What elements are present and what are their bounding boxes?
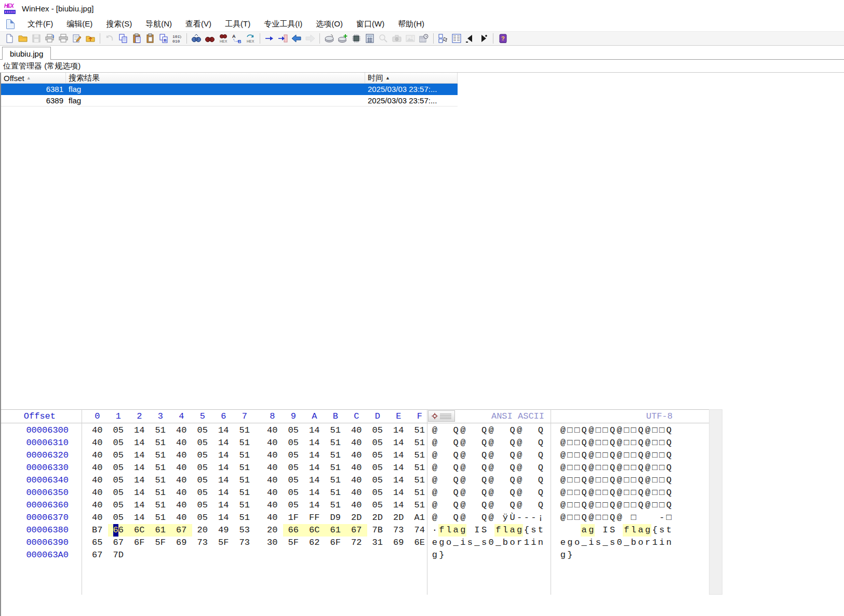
menu-item-3[interactable]: 导航(N) bbox=[139, 17, 179, 31]
utf8-text[interactable]: ag IS flag{st bbox=[559, 524, 673, 537]
hex-byte[interactable]: 14 bbox=[213, 474, 234, 487]
hex-byte[interactable]: 14 bbox=[388, 424, 409, 437]
scheduler-icon[interactable] bbox=[417, 32, 431, 45]
ansi-text[interactable]: @ Q@ Q@ ÿÙ---¡ bbox=[431, 512, 544, 524]
hex-byte[interactable]: 40 bbox=[87, 487, 108, 499]
ansi-text[interactable]: @ Q@ Q@ Q@ Q bbox=[431, 487, 544, 499]
hex-byte[interactable]: 05 bbox=[192, 437, 213, 449]
hex-byte[interactable]: 51 bbox=[150, 449, 171, 462]
hex-byte[interactable]: 40 bbox=[262, 487, 283, 499]
hex-byte[interactable]: 51 bbox=[409, 487, 431, 499]
hex-byte[interactable]: 05 bbox=[367, 437, 388, 449]
document-icon[interactable] bbox=[6, 19, 15, 29]
hex-byte[interactable]: 14 bbox=[388, 474, 409, 487]
hex-bytes[interactable]: 40051451400514514005145140051451 bbox=[87, 462, 430, 474]
hex-bytes[interactable]: 40051451400514514005145140051451 bbox=[87, 449, 430, 462]
hex-byte[interactable]: 14 bbox=[304, 437, 325, 449]
hex-byte[interactable]: 51 bbox=[234, 462, 256, 474]
hex-byte[interactable]: 51 bbox=[234, 474, 256, 487]
find-hex-icon[interactable] bbox=[217, 32, 230, 45]
hex-byte[interactable]: 05 bbox=[108, 499, 129, 512]
column-header-result[interactable]: 搜索结果 bbox=[66, 73, 365, 83]
hex-byte[interactable]: 05 bbox=[192, 499, 213, 512]
open-disk-icon[interactable] bbox=[323, 32, 336, 45]
hex-byte[interactable]: 51 bbox=[150, 424, 171, 437]
hex-byte[interactable]: 40 bbox=[262, 424, 283, 437]
hex-byte[interactable]: 61 bbox=[150, 524, 171, 537]
hex-byte[interactable]: 40 bbox=[87, 449, 108, 462]
hex-byte[interactable]: 51 bbox=[150, 487, 171, 499]
ansi-text[interactable]: g} bbox=[431, 549, 445, 561]
hex-byte[interactable]: 73 bbox=[192, 537, 213, 549]
hex-byte[interactable]: 51 bbox=[409, 462, 431, 474]
hex-byte[interactable]: 05 bbox=[108, 462, 129, 474]
hex-byte[interactable]: 40 bbox=[87, 462, 108, 474]
hex-byte[interactable]: 40 bbox=[171, 437, 192, 449]
hex-byte[interactable]: 14 bbox=[213, 462, 234, 474]
hex-byte[interactable]: 14 bbox=[129, 487, 150, 499]
hex-byte[interactable]: 40 bbox=[87, 499, 108, 512]
menu-item-2[interactable]: 搜索(S) bbox=[99, 17, 139, 31]
hex-byte[interactable]: 05 bbox=[108, 512, 129, 524]
hex-byte[interactable]: 05 bbox=[283, 437, 304, 449]
hex-byte[interactable]: 40 bbox=[171, 449, 192, 462]
column-header-time[interactable]: 时间▲ bbox=[365, 73, 458, 83]
column-header-offset[interactable]: Offset▲ bbox=[1, 73, 66, 83]
hex-byte[interactable]: 51 bbox=[325, 424, 346, 437]
hex-byte[interactable]: 51 bbox=[325, 474, 346, 487]
utf8-text[interactable]: @□□Q@□□Q@□□Q@□□Q bbox=[559, 462, 673, 474]
hex-byte[interactable]: 40 bbox=[171, 499, 192, 512]
copy-hex-values-icon[interactable] bbox=[157, 32, 170, 45]
hex-byte[interactable]: 6E bbox=[409, 537, 431, 549]
hex-byte[interactable]: 30 bbox=[262, 537, 283, 549]
hex-byte[interactable]: 6C bbox=[304, 524, 325, 537]
hex-byte[interactable]: 05 bbox=[283, 487, 304, 499]
hex-byte[interactable]: 40 bbox=[346, 449, 367, 462]
hex-row[interactable]: 0000636040051451400514514005145140051451… bbox=[1, 499, 707, 512]
utf8-text[interactable]: @□□Q@□□Q@□□Q@□□Q bbox=[559, 424, 673, 437]
hex-byte[interactable]: 51 bbox=[234, 437, 256, 449]
open-ram-icon[interactable] bbox=[350, 32, 363, 45]
hex-byte[interactable]: 40 bbox=[171, 512, 192, 524]
hex-row[interactable]: 000063704005145140051451401FFFD92D2D2DA1… bbox=[1, 512, 707, 524]
hex-byte[interactable]: 14 bbox=[304, 424, 325, 437]
hex-byte[interactable]: 51 bbox=[234, 449, 256, 462]
hex-byte[interactable]: 5F bbox=[150, 537, 171, 549]
hex-byte[interactable]: 05 bbox=[108, 449, 129, 462]
hex-byte[interactable]: 14 bbox=[213, 499, 234, 512]
hex-byte[interactable]: 14 bbox=[304, 499, 325, 512]
hex-byte[interactable]: 05 bbox=[108, 437, 129, 449]
ansi-text[interactable]: ·flag IS flag{st bbox=[431, 524, 544, 537]
hex-byte[interactable]: 05 bbox=[108, 424, 129, 437]
hex-byte[interactable]: 40 bbox=[346, 487, 367, 499]
hex-byte[interactable]: 05 bbox=[283, 499, 304, 512]
hex-byte[interactable]: 66 bbox=[108, 524, 129, 537]
hex-byte[interactable]: B7 bbox=[87, 524, 108, 537]
hex-byte[interactable]: 05 bbox=[192, 487, 213, 499]
hex-byte[interactable]: 66 bbox=[283, 524, 304, 537]
hex-byte[interactable]: 40 bbox=[262, 512, 283, 524]
hex-byte[interactable]: 20 bbox=[262, 524, 283, 537]
goto-block-icon[interactable] bbox=[276, 32, 290, 45]
hex-byte[interactable]: D9 bbox=[325, 512, 346, 524]
hex-byte[interactable]: 05 bbox=[283, 424, 304, 437]
edit-properties-icon[interactable] bbox=[70, 32, 84, 45]
hex-byte[interactable]: 40 bbox=[171, 487, 192, 499]
hex-byte[interactable]: 14 bbox=[388, 437, 409, 449]
hex-byte[interactable]: 51 bbox=[234, 424, 256, 437]
hex-row[interactable]: 0000634040051451400514514005145140051451… bbox=[1, 474, 707, 487]
hex-byte[interactable]: 51 bbox=[234, 512, 256, 524]
ansi-text[interactable]: ego_is_s0_bor1in bbox=[431, 537, 544, 549]
hex-bytes[interactable]: 40051451400514514005145140051451 bbox=[87, 487, 430, 499]
utf8-text[interactable]: @□□Q@□□Q@□□Q@□□Q bbox=[559, 474, 673, 487]
folder-up-icon[interactable] bbox=[84, 32, 97, 45]
hex-byte[interactable]: 6F bbox=[325, 537, 346, 549]
hex-byte[interactable]: 51 bbox=[325, 437, 346, 449]
hex-byte[interactable]: 73 bbox=[234, 537, 256, 549]
hex-byte[interactable]: 7B bbox=[367, 524, 388, 537]
hex-byte[interactable]: 05 bbox=[108, 487, 129, 499]
hex-byte[interactable]: 51 bbox=[325, 487, 346, 499]
hex-byte[interactable]: 14 bbox=[129, 512, 150, 524]
hex-byte[interactable]: 5F bbox=[283, 537, 304, 549]
hex-byte[interactable]: 40 bbox=[171, 462, 192, 474]
